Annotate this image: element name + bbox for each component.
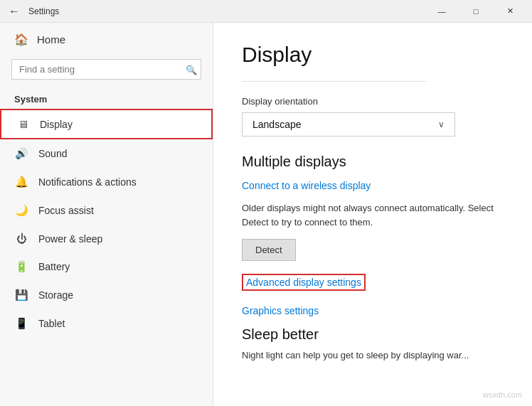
sidebar: 🏠 Home 🔍 System 🖥 Display 🔊 Sound 🔔 Noti… [0,23,213,406]
advanced-display-settings-link[interactable]: Advanced display settings [242,274,366,291]
sidebar-item-label-display: Display [40,119,73,130]
sidebar-item-label-battery: Battery [38,261,70,272]
minimize-button[interactable]: — [425,0,458,23]
info-text: Older displays might not always connect … [242,201,504,229]
content-area: Display Display orientation Landscape ∨ … [213,23,532,406]
focus-icon: 🌙 [14,204,28,217]
sidebar-item-label-sound: Sound [38,148,67,159]
multiple-displays-title: Multiple displays [242,154,504,170]
sidebar-item-label-tablet: Tablet [38,318,65,329]
sidebar-item-home[interactable]: 🏠 Home [0,23,213,56]
page-title: Display [242,43,504,67]
display-icon: 🖥 [16,118,30,130]
titlebar: ← Settings — □ ✕ [0,0,532,23]
storage-icon: 💾 [14,289,28,301]
titlebar-title: Settings [28,6,425,16]
graphics-settings-link[interactable]: Graphics settings [242,305,504,316]
notifications-icon: 🔔 [14,176,28,188]
sidebar-item-tablet[interactable]: 📱 Tablet [0,309,213,338]
orientation-label: Display orientation [242,96,504,107]
tablet-icon: 📱 [14,317,28,330]
power-icon: ⏻ [14,233,28,245]
sidebar-item-battery[interactable]: 🔋 Battery [0,252,213,281]
chevron-down-icon: ∨ [438,119,445,129]
home-icon: 🏠 [14,33,28,46]
divider [242,81,427,82]
sidebar-item-label-focus: Focus assist [38,205,94,216]
sidebar-item-label-power: Power & sleep [38,233,102,245]
sidebar-item-focus[interactable]: 🌙 Focus assist [0,196,213,225]
battery-icon: 🔋 [14,260,28,273]
search-input[interactable] [11,59,201,80]
sleep-title: Sleep better [242,326,504,343]
sleep-info-text: Night light can help you get to sleep by… [242,348,504,363]
sidebar-item-storage[interactable]: 💾 Storage [0,281,213,309]
search-container: 🔍 [11,59,201,80]
sidebar-item-sound[interactable]: 🔊 Sound [0,139,213,168]
connect-wireless-link[interactable]: Connect to a wireless display [242,180,504,191]
sidebar-item-power[interactable]: ⏻ Power & sleep [0,225,213,252]
orientation-dropdown[interactable]: Landscape ∨ [242,112,455,137]
detect-button[interactable]: Detect [242,239,296,261]
window-controls: — □ ✕ [425,0,526,23]
sidebar-item-display[interactable]: 🖥 Display [0,109,213,139]
back-icon: ← [9,5,20,18]
watermark: wsxdn.com [483,390,522,399]
sidebar-item-notifications[interactable]: 🔔 Notifications & actions [0,168,213,196]
main-layout: 🏠 Home 🔍 System 🖥 Display 🔊 Sound 🔔 Noti… [0,23,532,406]
maximize-button[interactable]: □ [459,0,492,23]
search-icon[interactable]: 🔍 [186,64,197,75]
orientation-value: Landscape [252,119,302,130]
sidebar-item-label-storage: Storage [38,289,73,301]
sidebar-item-label-notifications: Notifications & actions [38,176,137,188]
sidebar-home-label: Home [37,33,65,46]
sidebar-section-title: System [0,88,213,109]
sound-icon: 🔊 [14,147,28,160]
back-button[interactable]: ← [6,3,23,20]
close-button[interactable]: ✕ [494,0,526,23]
